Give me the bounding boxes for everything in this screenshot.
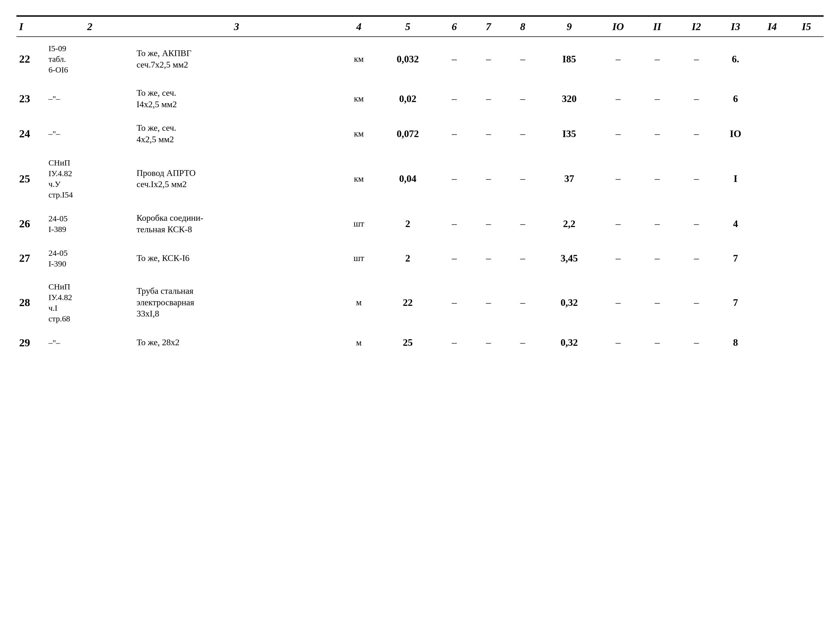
row-2-col-15 — [789, 81, 824, 116]
row-4-col-15 — [789, 151, 824, 206]
row-8-col-10: – — [598, 330, 638, 355]
row-6-col-15 — [789, 241, 824, 275]
column-header-row: I 2 3 4 5 6 7 8 9 IO II I2 I3 I4 I5 — [16, 16, 824, 37]
row-8-col-2: –"– — [46, 330, 134, 355]
row-3-col-2: –"– — [46, 116, 134, 151]
row-5-col-9: 2,2 — [540, 206, 599, 241]
row-2-col-14 — [755, 81, 789, 116]
row-4-col-12: – — [677, 151, 716, 206]
row-8-col-9: 0,32 — [540, 330, 599, 355]
row-6-col-10: – — [598, 241, 638, 275]
row-6-col-11: – — [638, 241, 677, 275]
row-1-col-14 — [755, 37, 789, 81]
row-8-col-1: 29 — [16, 330, 46, 355]
col-header-6: 6 — [437, 16, 471, 37]
row-4-col-6: – — [437, 151, 471, 206]
row-3-col-3: То же, сеч. 4х2,5 мм2 — [134, 116, 339, 151]
row-2-col-11: – — [638, 81, 677, 116]
table-row: 28СНиП IУ.4.82 ч.I стр.68Труба стальная … — [16, 275, 824, 330]
row-2-col-1: 23 — [16, 81, 46, 116]
row-7-col-14 — [755, 275, 789, 330]
row-5-col-13: 4 — [716, 206, 755, 241]
row-1-col-8: – — [505, 37, 540, 81]
row-5-col-4: шт — [339, 206, 378, 241]
row-3-col-8: – — [505, 116, 540, 151]
main-table: I 2 3 4 5 6 7 8 9 IO II I2 I3 I4 I5 22I5… — [16, 16, 824, 355]
table-row: 2624-05 I-389Коробка соедини- тельная КС… — [16, 206, 824, 241]
row-5-col-5: 2 — [378, 206, 437, 241]
table-row: 2724-05 I-390То же, КСК-I6шт2–––3,45–––7 — [16, 241, 824, 275]
row-7-col-13: 7 — [716, 275, 755, 330]
row-7-col-2: СНиП IУ.4.82 ч.I стр.68 — [46, 275, 134, 330]
row-8-col-7: – — [471, 330, 505, 355]
row-1-col-13: 6. — [716, 37, 755, 81]
row-5-col-11: – — [638, 206, 677, 241]
row-5-col-8: – — [505, 206, 540, 241]
col-header-7: 7 — [471, 16, 505, 37]
row-8-col-13: 8 — [716, 330, 755, 355]
row-4-col-9: 37 — [540, 151, 599, 206]
row-1-col-15 — [789, 37, 824, 81]
row-4-col-4: км — [339, 151, 378, 206]
row-1-col-6: – — [437, 37, 471, 81]
row-2-col-9: 320 — [540, 81, 599, 116]
col-header-10: IO — [598, 16, 638, 37]
row-2-col-4: км — [339, 81, 378, 116]
col-header-11: II — [638, 16, 677, 37]
row-8-col-5: 25 — [378, 330, 437, 355]
row-7-col-10: – — [598, 275, 638, 330]
col-header-12: I2 — [677, 16, 716, 37]
row-4-col-2: СНиП IУ.4.82 ч.У стр.I54 — [46, 151, 134, 206]
col-header-15: I5 — [789, 16, 824, 37]
row-1-col-11: – — [638, 37, 677, 81]
row-3-col-11: – — [638, 116, 677, 151]
row-6-col-9: 3,45 — [540, 241, 599, 275]
row-6-col-3: То же, КСК-I6 — [134, 241, 339, 275]
row-2-col-5: 0,02 — [378, 81, 437, 116]
row-6-col-5: 2 — [378, 241, 437, 275]
row-5-col-3: Коробка соедини- тельная КСК-8 — [134, 206, 339, 241]
table-row: 24–"–То же, сеч. 4х2,5 мм2км0,072–––I35–… — [16, 116, 824, 151]
page-header — [16, 11, 824, 13]
row-4-col-10: – — [598, 151, 638, 206]
row-1-col-4: км — [339, 37, 378, 81]
row-8-col-8: – — [505, 330, 540, 355]
row-6-col-8: – — [505, 241, 540, 275]
row-4-col-8: – — [505, 151, 540, 206]
row-6-col-7: – — [471, 241, 505, 275]
row-3-col-9: I35 — [540, 116, 599, 151]
row-7-col-8: – — [505, 275, 540, 330]
row-5-col-2: 24-05 I-389 — [46, 206, 134, 241]
row-1-col-3: То же, АКПВГ сеч.7х2,5 мм2 — [134, 37, 339, 81]
row-5-col-10: – — [598, 206, 638, 241]
row-7-col-15 — [789, 275, 824, 330]
row-5-col-15 — [789, 206, 824, 241]
row-1-col-1: 22 — [16, 37, 46, 81]
row-7-col-3: Труба стальная электросварная 33хI,8 — [134, 275, 339, 330]
row-2-col-10: – — [598, 81, 638, 116]
row-3-col-1: 24 — [16, 116, 46, 151]
row-4-col-13: I — [716, 151, 755, 206]
row-1-col-2: I5-09 табл. 6-OI6 — [46, 37, 134, 81]
row-3-col-7: – — [471, 116, 505, 151]
row-7-col-11: – — [638, 275, 677, 330]
row-8-col-6: – — [437, 330, 471, 355]
row-7-col-9: 0,32 — [540, 275, 599, 330]
col-header-4: 4 — [339, 16, 378, 37]
row-8-col-14 — [755, 330, 789, 355]
row-8-col-15 — [789, 330, 824, 355]
row-2-col-6: – — [437, 81, 471, 116]
row-6-col-4: шт — [339, 241, 378, 275]
row-2-col-2: –"– — [46, 81, 134, 116]
row-4-col-3: Провод АПРТО сеч.Iх2,5 мм2 — [134, 151, 339, 206]
row-6-col-2: 24-05 I-390 — [46, 241, 134, 275]
row-7-col-4: м — [339, 275, 378, 330]
row-7-col-1: 28 — [16, 275, 46, 330]
row-8-col-12: – — [677, 330, 716, 355]
row-2-col-7: – — [471, 81, 505, 116]
row-5-col-14 — [755, 206, 789, 241]
col-header-14: I4 — [755, 16, 789, 37]
row-3-col-12: – — [677, 116, 716, 151]
row-3-col-10: – — [598, 116, 638, 151]
row-3-col-4: км — [339, 116, 378, 151]
